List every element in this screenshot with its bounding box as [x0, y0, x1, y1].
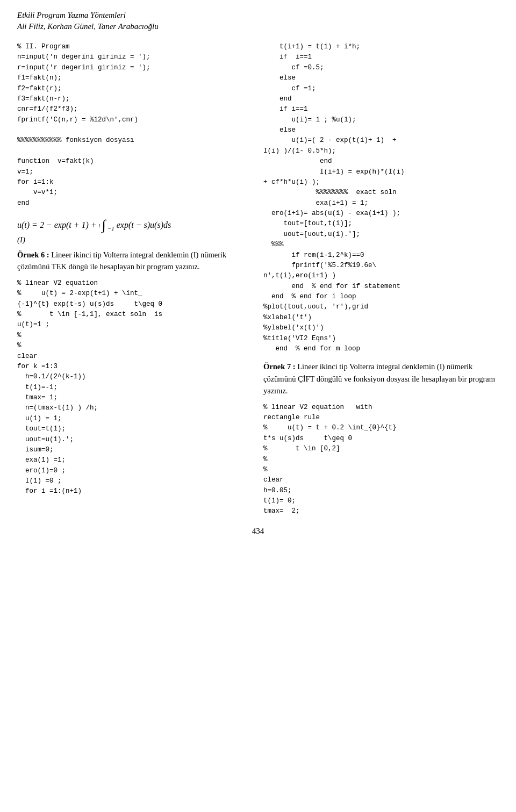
math-rest: exp(t − s)u(s)ds: [117, 220, 171, 230]
math-u: u(t) = 2 − exp(t + 1) +: [17, 220, 97, 230]
page-header: Etkili Program Yazma Yöntemleri Ali Fili…: [17, 10, 499, 32]
math-equation: u(t) = 2 − exp(t + 1) + t ∫ −1 exp(t − s…: [17, 218, 248, 232]
math-equation-block: u(t) = 2 − exp(t + 1) + t ∫ −1 exp(t − s…: [17, 218, 248, 245]
left-bottom-code: % linear V2 equation % u(t) = 2-exp(t+1)…: [17, 278, 248, 497]
example7-label: Örnek 7 :: [263, 362, 296, 371]
right-bottom-code: % linear V2 equation with rectangle rule…: [263, 403, 499, 517]
book-title: Etkili Program Yazma Yöntemleri Ali Fili…: [17, 10, 499, 32]
math-label: (I): [17, 235, 248, 245]
example6-label: Örnek 6 :: [17, 250, 49, 259]
example7-block: Örnek 7 : Lineer ikinci tip Volterra int…: [263, 361, 499, 517]
example6-description: Örnek 6 : Lineer ikinci tip Volterra int…: [17, 249, 248, 273]
integral-symbol: ∫: [102, 218, 106, 232]
example7-description: Örnek 7 : Lineer ikinci tip Volterra int…: [263, 361, 499, 397]
page-number: 434: [17, 527, 499, 536]
integral-expression: t ∫ −1: [99, 218, 114, 232]
left-top-code: % II. Program n=input('n degerini girini…: [17, 42, 248, 209]
left-column: % II. Program n=input('n degerini girini…: [17, 42, 248, 517]
integral-bot-limit: −1: [108, 225, 114, 232]
integral-top-limit: t: [99, 222, 101, 228]
right-column: t(i+1) = t(1) + i*h; if i==1 cf =0.5; el…: [263, 42, 499, 517]
example7-text: Lineer ikinci tip Volterra integral denk…: [263, 362, 495, 395]
main-content: % II. Program n=input('n degerini girini…: [17, 42, 499, 517]
right-top-code: t(i+1) = t(1) + i*h; if i==1 cf =0.5; el…: [263, 42, 499, 354]
